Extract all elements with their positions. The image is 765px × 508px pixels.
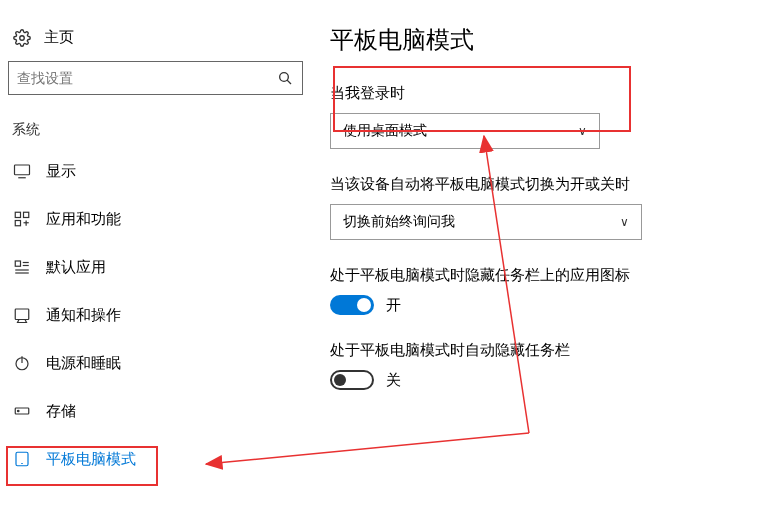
- login-mode-dropdown[interactable]: 使用桌面模式 ∨: [330, 113, 600, 149]
- svg-rect-10: [15, 261, 20, 266]
- sidebar-item-display[interactable]: 显示: [8, 147, 303, 195]
- sidebar-item-power[interactable]: 电源和睡眠: [8, 339, 303, 387]
- sidebar-item-label: 应用和功能: [46, 210, 121, 229]
- hide-app-icons-toggle[interactable]: [330, 295, 374, 315]
- dropdown-value: 使用桌面模式: [343, 122, 427, 140]
- section-header: 系统: [8, 117, 303, 147]
- auto-switch-dropdown[interactable]: 切换前始终询问我 ∨: [330, 204, 642, 240]
- sidebar-item-label: 电源和睡眠: [46, 354, 121, 373]
- sidebar-item-storage[interactable]: 存储: [8, 387, 303, 435]
- search-icon: [276, 70, 294, 86]
- chevron-down-icon: ∨: [620, 215, 629, 229]
- home-label: 主页: [44, 28, 74, 47]
- sidebar-item-label: 平板电脑模式: [46, 450, 136, 469]
- toggle-state-label: 关: [386, 371, 401, 390]
- sidebar-item-apps[interactable]: 应用和功能: [8, 195, 303, 243]
- default-apps-icon: [12, 258, 32, 276]
- notification-icon: [12, 306, 32, 324]
- sidebar-item-label: 默认应用: [46, 258, 106, 277]
- hide-taskbar-label: 处于平板电脑模式时自动隐藏任务栏: [330, 341, 750, 360]
- auto-switch-label: 当该设备自动将平板电脑模式切换为开或关时: [330, 175, 750, 194]
- svg-point-1: [280, 73, 289, 82]
- sidebar-item-label: 通知和操作: [46, 306, 121, 325]
- power-icon: [12, 354, 32, 372]
- svg-rect-5: [15, 212, 20, 217]
- svg-rect-15: [15, 309, 29, 320]
- svg-point-0: [20, 35, 25, 40]
- storage-icon: [12, 402, 32, 420]
- svg-line-2: [287, 80, 291, 84]
- hide-taskbar-toggle[interactable]: [330, 370, 374, 390]
- sidebar-item-label: 显示: [46, 162, 76, 181]
- home-link[interactable]: 主页: [8, 20, 303, 61]
- sidebar-item-notifications[interactable]: 通知和操作: [8, 291, 303, 339]
- hide-app-icons-label: 处于平板电脑模式时隐藏任务栏上的应用图标: [330, 266, 750, 285]
- toggle-state-label: 开: [386, 296, 401, 315]
- dropdown-value: 切换前始终询问我: [343, 213, 455, 231]
- monitor-icon: [12, 162, 32, 180]
- svg-rect-7: [15, 221, 20, 226]
- search-input[interactable]: [17, 70, 276, 86]
- apps-icon: [12, 210, 32, 228]
- sidebar-item-label: 存储: [46, 402, 76, 421]
- page-title: 平板电脑模式: [330, 24, 750, 56]
- svg-rect-6: [24, 212, 29, 217]
- settings-sidebar: 主页 系统 显示 应用和功能 默认应用 通知和操作: [8, 20, 303, 483]
- svg-point-19: [18, 410, 20, 412]
- search-box[interactable]: [8, 61, 303, 95]
- chevron-down-icon: ∨: [578, 124, 587, 138]
- sidebar-item-default-apps[interactable]: 默认应用: [8, 243, 303, 291]
- main-panel: 平板电脑模式 当我登录时 使用桌面模式 ∨ 当该设备自动将平板电脑模式切换为开或…: [330, 24, 750, 416]
- tablet-icon: [12, 450, 32, 468]
- sidebar-item-tablet-mode[interactable]: 平板电脑模式: [8, 435, 303, 483]
- gear-icon: [12, 29, 32, 47]
- svg-rect-3: [15, 165, 30, 175]
- login-mode-label: 当我登录时: [330, 84, 750, 103]
